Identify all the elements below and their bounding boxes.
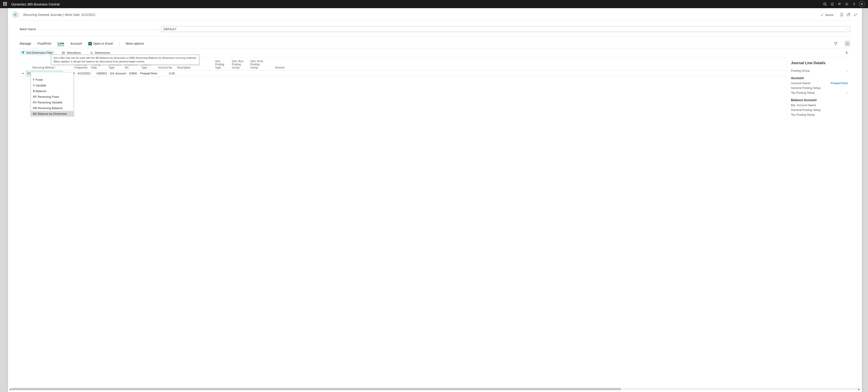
help-icon[interactable] — [850, 0, 858, 8]
search-icon[interactable] — [821, 0, 829, 8]
svg-line-1 — [826, 5, 827, 6]
svg-point-4 — [846, 4, 847, 4]
gear-icon[interactable] — [843, 0, 850, 8]
app-title: Dynamics 365 Business Central — [11, 2, 60, 6]
app-launcher-icon[interactable] — [3, 2, 7, 6]
top-header: Dynamics 365 Business Central IK — [0, 0, 868, 8]
svg-point-0 — [824, 3, 826, 5]
flag-icon[interactable] — [836, 0, 843, 8]
notifications-icon[interactable] — [829, 0, 836, 8]
user-avatar[interactable]: IK — [859, 1, 865, 7]
